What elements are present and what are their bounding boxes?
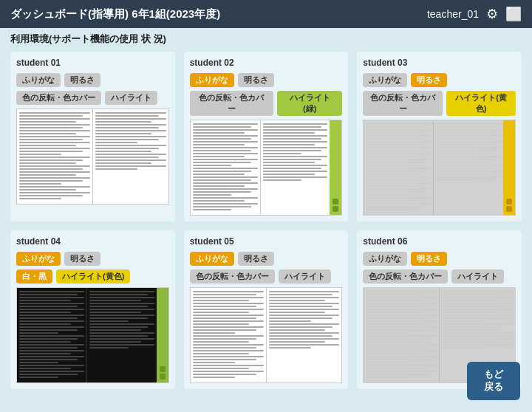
badge-furigana-02[interactable]: ふりがな — [190, 73, 234, 87]
badge-row-03-2: 色の反転・色カバー ハイライト(黄色) — [363, 91, 516, 116]
badge-brightness-04[interactable]: 明るさ — [64, 252, 100, 266]
header: ダッシュボード(指導用) 6年1組(2023年度) teacher_01 ⚙ ⬜ — [0, 0, 532, 28]
student-grid: student 01 ふりがな 明るさ 色の反転・色カバー ハイライト — [0, 49, 532, 396]
badge-color-03[interactable]: 色の反転・色カバー — [363, 91, 443, 116]
green-sidebar-04 — [157, 288, 168, 382]
book-preview-05 — [190, 287, 343, 383]
student-name-04: student 04 — [16, 236, 169, 247]
badge-brightness-06[interactable]: 明るさ — [411, 252, 447, 266]
badge-brightness-03[interactable]: 明るさ — [411, 73, 447, 87]
badge-highlight-01[interactable]: ハイライト — [105, 91, 157, 105]
yellow-sidebar-03 — [503, 120, 515, 215]
badge-row-02-2: 色の反転・色カバー ハイライト(緑) — [190, 91, 343, 116]
student-card-04: student 04 ふりがな 明るさ 白・黒 ハイライト(黄色) — [10, 230, 175, 389]
student-name-03: student 03 — [363, 58, 516, 68]
student-name-02: student 02 — [190, 58, 343, 68]
badge-row-05-1: ふりがな 明るさ — [190, 252, 343, 266]
green-sidebar-02 — [330, 120, 341, 215]
book-preview-03 — [363, 120, 516, 216]
badge-brightness-02[interactable]: 明るさ — [238, 73, 274, 87]
badge-color-05[interactable]: 色の反転・色カバー — [190, 269, 275, 284]
badge-row-01-1: ふりがな 明るさ — [16, 73, 169, 87]
section-title: 利用環境(サポート機能の使用 状 況) — [0, 28, 532, 49]
student-name-01: student 01 — [16, 58, 169, 68]
student-card-03: student 03 ふりがな 明るさ 色の反転・色カバー ハイライト(黄色) — [357, 52, 522, 222]
book-preview-01 — [16, 109, 169, 205]
badge-row-03-1: ふりがな 明るさ — [363, 73, 516, 87]
student-name-05: student 05 — [190, 236, 343, 247]
student-card-02: student 02 ふりがな 明るさ 色の反転・色カバー ハイライト(緑) — [184, 52, 349, 222]
student-card-01: student 01 ふりがな 明るさ 色の反転・色カバー ハイライト — [10, 52, 175, 222]
badge-furigana-03[interactable]: ふりがな — [363, 73, 407, 87]
badge-brightness-05[interactable]: 明るさ — [238, 252, 274, 266]
badge-row-06-1: ふりがな 明るさ — [363, 252, 516, 266]
badge-row-04-2: 白・黒 ハイライト(黄色) — [16, 269, 169, 284]
badge-highlight-04[interactable]: ハイライト(黄色) — [56, 269, 130, 284]
badge-highlight-02[interactable]: ハイライト(緑) — [277, 91, 342, 116]
header-right: teacher_01 ⚙ ⬜ — [427, 6, 522, 22]
book-preview-04 — [16, 287, 169, 383]
badge-row-04-1: ふりがな 明るさ — [16, 252, 169, 266]
badge-highlight-05[interactable]: ハイライト — [279, 269, 331, 284]
badge-highlight-06[interactable]: ハイライト — [451, 269, 504, 284]
badge-highlight-03[interactable]: ハイライト(黄色) — [446, 91, 516, 116]
badge-row-06-2: 色の反転・色カバー ハイライト — [363, 269, 516, 284]
badge-row-02-1: ふりがな 明るさ — [190, 73, 343, 87]
badge-brightness-01[interactable]: 明るさ — [64, 73, 100, 87]
badge-furigana-06[interactable]: ふりがな — [363, 252, 407, 266]
book-preview-02 — [190, 120, 343, 216]
badge-white-black-04[interactable]: 白・黒 — [16, 269, 52, 284]
username-label: teacher_01 — [427, 8, 479, 20]
badge-row-01-2: 色の反転・色カバー ハイライト — [16, 91, 169, 105]
student-card-05: student 05 ふりがな 明るさ 色の反転・色カバー ハイライト — [184, 230, 349, 389]
badge-furigana-05[interactable]: ふりがな — [190, 252, 234, 266]
settings-icon[interactable]: ⚙ — [486, 6, 498, 22]
back-button[interactable]: もど 戻る — [467, 362, 520, 400]
badge-furigana-04[interactable]: ふりがな — [16, 252, 61, 266]
badge-furigana-01[interactable]: ふりがな — [16, 73, 61, 87]
logout-icon[interactable]: ⬜ — [505, 6, 522, 22]
student-name-06: student 06 — [363, 236, 516, 247]
badge-color-02[interactable]: 色の反転・色カバー — [190, 91, 273, 116]
badge-row-05-2: 色の反転・色カバー ハイライト — [190, 269, 343, 284]
page-title: ダッシュボード(指導用) 6年1組(2023年度) — [10, 7, 220, 21]
badge-color-06[interactable]: 色の反転・色カバー — [363, 269, 448, 284]
badge-color-01[interactable]: 色の反転・色カバー — [16, 91, 101, 105]
